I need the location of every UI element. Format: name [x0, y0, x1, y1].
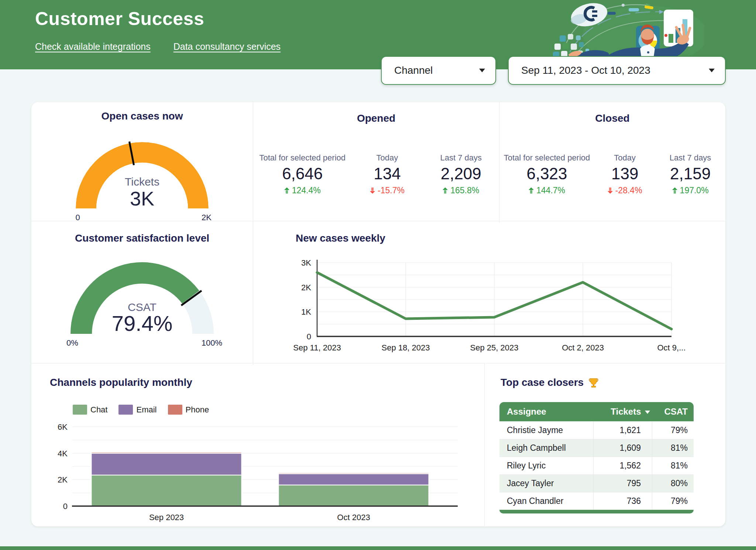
stat-last7-opened: Last 7 days 2,209 165.8%: [423, 153, 499, 196]
table-row: Riley Lyric1,56281%: [499, 457, 694, 475]
svg-text:Sep 2023: Sep 2023: [149, 513, 184, 522]
trophy-icon: [588, 377, 599, 388]
column-header-tickets[interactable]: Tickets: [594, 402, 652, 422]
svg-text:3K: 3K: [130, 187, 154, 210]
table-bottom-bar: [499, 510, 694, 513]
date-range-label: Sep 11, 2023 - Oct 10, 2023: [521, 65, 650, 76]
card-title-closed: Closed: [499, 113, 725, 124]
svg-text:2K: 2K: [301, 283, 311, 292]
card-title-open-cases: Open cases now: [31, 110, 253, 122]
cell-tickets: 736: [594, 492, 652, 510]
card-title-top-closers: Top case closers: [501, 377, 599, 388]
cell-assignee: Riley Lyric: [499, 457, 594, 475]
card-closed: Closed Total for selected period 6,323 1…: [499, 102, 725, 223]
stat-delta: 197.0%: [655, 186, 725, 196]
cell-assignee: Cyan Chandler: [499, 492, 594, 510]
svg-text:Oct 2023: Oct 2023: [337, 513, 370, 522]
svg-text:2K: 2K: [202, 213, 212, 221]
cell-tickets: 1,562: [594, 457, 652, 475]
svg-text:Sep 18, 2023: Sep 18, 2023: [382, 343, 430, 352]
table-row: Jacey Tayler79580%: [499, 475, 694, 492]
svg-text:Oct 2, 2023: Oct 2, 2023: [562, 343, 604, 352]
card-weekly: New cases weekly 01K2K3KSep 11, 2023Sep …: [253, 221, 725, 365]
channels-legend: ChatEmailPhone: [73, 405, 209, 415]
svg-text:100%: 100%: [202, 338, 222, 347]
cell-tickets: 1,609: [594, 439, 652, 457]
cell-csat: 79%: [652, 422, 694, 439]
svg-text:Oct 9,...: Oct 9,...: [657, 343, 685, 352]
up-arrow-icon: [529, 187, 534, 194]
footer-bar: [0, 546, 756, 550]
legend-item-email[interactable]: Email: [118, 405, 157, 415]
row-bottom: Channels popularity monthly ChatEmailPho…: [31, 363, 725, 526]
stat-delta: 165.8%: [423, 186, 499, 196]
svg-text:Tickets: Tickets: [125, 176, 159, 188]
card-open-cases: Open cases now 02KTickets3K: [31, 102, 253, 223]
channels-bar-chart: 02K4K6KSep 2023Oct 2023: [31, 419, 484, 526]
caret-down-icon: [479, 69, 485, 72]
svg-text:1K: 1K: [301, 307, 311, 316]
stat-delta: -28.4%: [594, 186, 655, 196]
cell-csat: 80%: [652, 475, 694, 492]
column-header-csat: CSAT: [652, 402, 694, 422]
card-channels: Channels popularity monthly ChatEmailPho…: [31, 363, 484, 526]
stat-delta: 144.7%: [499, 186, 594, 196]
illustration: [553, 0, 704, 61]
card-title-channels: Channels popularity monthly: [50, 377, 192, 388]
card-csat: Customer satisfaction level 0%100%CSAT79…: [31, 221, 253, 365]
table-row: Christie Jayme1,62179%: [499, 422, 694, 439]
page: Customer Success Check available integra…: [0, 0, 756, 550]
sort-caret-down-icon: [645, 411, 650, 414]
card-title-weekly: New cases weekly: [296, 232, 385, 244]
stat-today-closed: Today 139 -28.4%: [594, 153, 655, 196]
card-top-closers: Top case closers AssigneeTicketsCSATChri…: [484, 363, 725, 526]
table-row: Cyan Chandler73679%: [499, 492, 694, 510]
legend-swatch-icon: [118, 405, 133, 415]
svg-text:0: 0: [307, 332, 311, 341]
legend-item-chat[interactable]: Chat: [73, 405, 107, 415]
stat-delta: 124.4%: [253, 186, 351, 196]
cell-csat: 81%: [652, 439, 694, 457]
closers-table: AssigneeTicketsCSATChristie Jayme1,62179…: [499, 402, 694, 510]
header-links: Check available integrations Data consul…: [35, 41, 281, 52]
new-cases-line-chart: 01K2K3KSep 11, 2023Sep 18, 2023Sep 25, 2…: [253, 243, 725, 363]
caret-down-icon: [709, 69, 715, 72]
up-arrow-icon: [443, 187, 448, 194]
stat-last7-closed: Last 7 days 2,159 197.0%: [655, 153, 725, 196]
closed-stats: Total for selected period 6,323 144.7% T…: [499, 153, 725, 196]
cell-tickets: 1,621: [594, 422, 652, 439]
svg-text:Sep 25, 2023: Sep 25, 2023: [470, 343, 519, 352]
link-data-consultancy[interactable]: Data consultancy services: [173, 41, 281, 52]
cell-assignee: Leigh Campbell: [499, 439, 594, 457]
svg-text:4K: 4K: [58, 449, 68, 458]
cell-csat: 81%: [652, 457, 694, 475]
cell-assignee: Christie Jayme: [499, 422, 594, 439]
cell-tickets: 795: [594, 475, 652, 492]
stat-total-opened: Total for selected period 6,646 124.4%: [253, 153, 351, 196]
svg-text:79.4%: 79.4%: [112, 311, 172, 335]
link-check-integrations[interactable]: Check available integrations: [35, 41, 151, 52]
down-arrow-icon: [370, 187, 375, 194]
date-range-select[interactable]: Sep 11, 2023 - Oct 10, 2023: [508, 56, 726, 85]
svg-text:2K: 2K: [58, 475, 68, 484]
channel-select[interactable]: Channel: [381, 56, 496, 85]
stat-total-closed: Total for selected period 6,323 144.7%: [499, 153, 594, 196]
stat-delta: -15.7%: [351, 186, 423, 196]
dashboard: Open cases now 02KTickets3K Opened Total…: [31, 102, 725, 526]
table-header-row: AssigneeTicketsCSAT: [499, 402, 694, 422]
card-opened: Opened Total for selected period 6,646 1…: [253, 102, 499, 223]
stat-today-opened: Today 134 -15.7%: [351, 153, 423, 196]
svg-text:0: 0: [75, 213, 80, 221]
card-title-opened: Opened: [253, 113, 499, 124]
legend-label: Phone: [186, 405, 209, 415]
svg-text:3K: 3K: [301, 258, 311, 267]
legend-item-phone[interactable]: Phone: [168, 405, 209, 415]
up-arrow-icon: [672, 187, 677, 194]
legend-label: Email: [136, 405, 157, 415]
up-arrow-icon: [284, 187, 289, 194]
row-middle: Customer satisfaction level 0%100%CSAT79…: [31, 221, 725, 363]
column-header-assignee: Assignee: [499, 402, 594, 422]
card-title-csat: Customer satisfaction level: [31, 232, 253, 244]
svg-text:0%: 0%: [66, 338, 78, 347]
legend-label: Chat: [90, 405, 107, 415]
